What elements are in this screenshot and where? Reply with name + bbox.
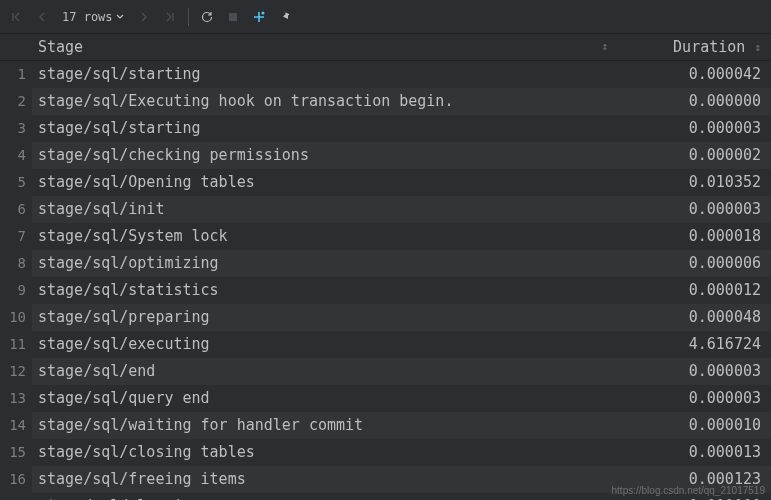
pin-button[interactable] (273, 5, 297, 29)
watermark: https://blog.csdn.net/qq_21017519 (612, 485, 765, 496)
column-header-stage[interactable]: Stage ↕ (32, 34, 616, 60)
column-header-duration[interactable]: Duration ↕ (616, 34, 771, 60)
row-count-selector[interactable]: 17 rows (56, 5, 130, 29)
cell-stage[interactable]: stage/sql/preparing (32, 304, 616, 331)
table-row[interactable]: 10stage/sql/preparing0.000048 (0, 304, 771, 331)
cell-stage[interactable]: stage/sql/end (32, 358, 616, 385)
row-number: 16 (0, 466, 32, 493)
row-number: 5 (0, 169, 32, 196)
cell-duration[interactable]: 0.000012 (616, 277, 771, 304)
row-number: 1 (0, 61, 32, 88)
cell-duration[interactable]: 0.000018 (616, 223, 771, 250)
plus-sparkle-icon (252, 10, 266, 24)
row-number: 4 (0, 142, 32, 169)
row-count-label: 17 rows (62, 10, 113, 24)
row-number: 14 (0, 412, 32, 439)
cell-stage[interactable]: stage/sql/statistics (32, 277, 616, 304)
next-page-button[interactable] (132, 5, 156, 29)
toolbar: 17 rows (0, 0, 771, 34)
table-row[interactable]: 5stage/sql/Opening tables0.010352 (0, 169, 771, 196)
cell-duration[interactable]: 0.000048 (616, 304, 771, 331)
cell-duration[interactable]: 0.000003 (616, 358, 771, 385)
gutter-header (0, 34, 32, 60)
cell-stage[interactable]: stage/sql/freeing items (32, 466, 616, 493)
cell-duration[interactable]: 0.000003 (616, 115, 771, 142)
cell-stage[interactable]: stage/sql/Opening tables (32, 169, 616, 196)
row-number: 11 (0, 331, 32, 358)
table-row[interactable]: 13stage/sql/query end0.000003 (0, 385, 771, 412)
table-row[interactable]: 12stage/sql/end0.000003 (0, 358, 771, 385)
row-number: 15 (0, 439, 32, 466)
cell-stage[interactable]: stage/sql/executing (32, 331, 616, 358)
table-row[interactable]: 1stage/sql/starting0.000042 (0, 61, 771, 88)
reload-icon (200, 10, 214, 24)
row-number: 8 (0, 250, 32, 277)
cell-stage[interactable]: stage/sql/Executing hook on transaction … (32, 88, 616, 115)
row-number: 2 (0, 88, 32, 115)
pin-icon (278, 10, 291, 23)
prev-page-button[interactable] (30, 5, 54, 29)
grid-header: Stage ↕ Duration ↕ (0, 34, 771, 61)
first-page-button[interactable] (4, 5, 28, 29)
add-row-button[interactable] (247, 5, 271, 29)
row-number: 17 (0, 493, 32, 500)
reload-button[interactable] (195, 5, 219, 29)
cell-stage[interactable]: stage/sql/waiting for handler commit (32, 412, 616, 439)
table-row[interactable]: 2stage/sql/Executing hook on transaction… (0, 88, 771, 115)
row-number: 9 (0, 277, 32, 304)
row-number: 7 (0, 223, 32, 250)
cell-duration[interactable]: 4.616724 (616, 331, 771, 358)
cell-stage[interactable]: stage/sql/System lock (32, 223, 616, 250)
row-number: 3 (0, 115, 32, 142)
row-number: 13 (0, 385, 32, 412)
stop-icon (227, 11, 239, 23)
sort-indicator: ↕ (601, 34, 608, 60)
cell-duration[interactable]: 0.000006 (616, 250, 771, 277)
stop-button[interactable] (221, 5, 245, 29)
cell-duration[interactable]: 0.000013 (616, 439, 771, 466)
cell-duration[interactable]: 0.010352 (616, 169, 771, 196)
cell-duration[interactable]: 0.000010 (616, 412, 771, 439)
table-row[interactable]: 4stage/sql/checking permissions0.000002 (0, 142, 771, 169)
row-number: 12 (0, 358, 32, 385)
svg-rect-0 (229, 13, 237, 21)
sort-indicator: ↕ (754, 41, 761, 54)
results-grid: Stage ↕ Duration ↕ 1stage/sql/starting0.… (0, 34, 771, 500)
cell-stage[interactable]: stage/sql/starting (32, 115, 616, 142)
cell-duration[interactable]: 0.000000 (616, 88, 771, 115)
table-row[interactable]: 3stage/sql/starting0.000003 (0, 115, 771, 142)
cell-duration[interactable]: 0.000042 (616, 61, 771, 88)
separator (188, 8, 189, 26)
row-number: 10 (0, 304, 32, 331)
cell-stage[interactable]: stage/sql/init (32, 196, 616, 223)
column-label: Duration (673, 38, 745, 56)
table-row[interactable]: 14stage/sql/waiting for handler commit0.… (0, 412, 771, 439)
last-page-button[interactable] (158, 5, 182, 29)
table-row[interactable]: 15stage/sql/closing tables0.000013 (0, 439, 771, 466)
cell-duration[interactable]: 0.000003 (616, 385, 771, 412)
table-row[interactable]: 9stage/sql/statistics0.000012 (0, 277, 771, 304)
column-label: Stage (38, 38, 83, 56)
cell-stage[interactable]: stage/sql/closing tables (32, 439, 616, 466)
svg-point-1 (261, 11, 264, 14)
cell-duration[interactable]: 0.000002 (616, 142, 771, 169)
row-number: 6 (0, 196, 32, 223)
table-row[interactable]: 7stage/sql/System lock0.000018 (0, 223, 771, 250)
cell-stage[interactable]: stage/sql/cleaning up (32, 493, 616, 500)
cell-stage[interactable]: stage/sql/checking permissions (32, 142, 616, 169)
table-row[interactable]: 11stage/sql/executing4.616724 (0, 331, 771, 358)
table-row[interactable]: 8stage/sql/optimizing0.000006 (0, 250, 771, 277)
table-row[interactable]: 6stage/sql/init0.000003 (0, 196, 771, 223)
cell-stage[interactable]: stage/sql/starting (32, 61, 616, 88)
chevron-down-icon (116, 13, 124, 21)
cell-stage[interactable]: stage/sql/optimizing (32, 250, 616, 277)
cell-stage[interactable]: stage/sql/query end (32, 385, 616, 412)
cell-duration[interactable]: 0.000003 (616, 196, 771, 223)
